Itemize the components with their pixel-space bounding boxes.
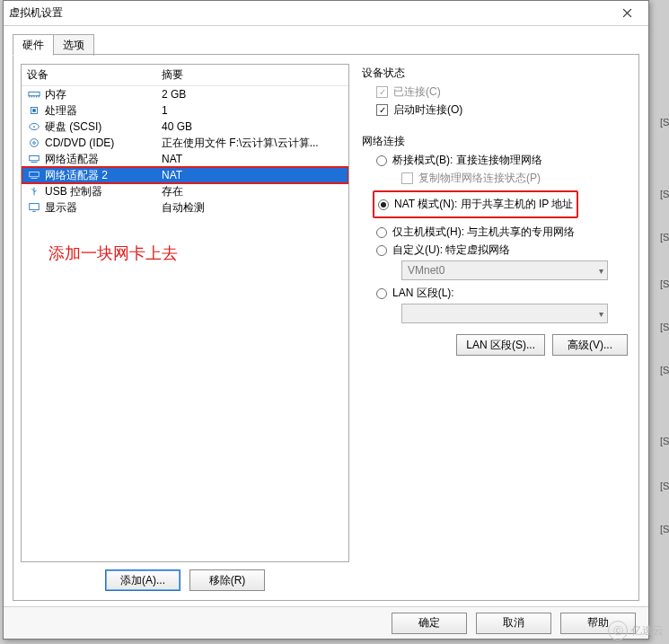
remove-button[interactable]: 移除(R) [189, 569, 265, 591]
device-name: 内存 [45, 87, 66, 102]
device-row-display[interactable]: 显示器 自动检测 [22, 199, 348, 216]
device-name: 硬盘 (SCSI) [45, 119, 101, 135]
chevron-down-icon: ▾ [599, 266, 603, 276]
device-summary: NAT [162, 153, 343, 165]
usb-icon [27, 185, 41, 198]
device-row-disk[interactable]: 硬盘 (SCSI) 40 GB [22, 119, 348, 135]
custom-label: 自定义(U): 特定虚拟网络 [392, 243, 510, 258]
network-icon [27, 169, 41, 181]
annotation-text: 添加一块网卡上去 [22, 216, 348, 264]
connect-poweron-checkbox[interactable]: ✓ 启动时连接(O) [376, 102, 628, 118]
svg-rect-0 [29, 92, 40, 95]
device-name: 显示器 [45, 200, 77, 216]
nat-label: NAT 模式(N): 用于共享主机的 IP 地址 [394, 197, 573, 212]
display-icon [27, 201, 41, 214]
bridged-radio[interactable]: 桥接模式(B): 直接连接物理网络 [376, 153, 628, 168]
artifact: [S [660, 232, 667, 241]
device-name: CD/DVD (IDE) [45, 137, 114, 149]
artifact: [S [660, 481, 667, 490]
custom-radio[interactable]: 自定义(U): 特定虚拟网络 [376, 243, 628, 258]
svg-rect-2 [32, 109, 36, 112]
cancel-button[interactable]: 取消 [476, 613, 551, 634]
svg-rect-9 [30, 204, 40, 210]
replicate-label: 复制物理网络连接状态(P) [418, 171, 541, 186]
lanseg-radio[interactable]: LAN 区段(L): [376, 286, 628, 301]
device-row-usb[interactable]: USB 控制器 存在 [22, 183, 348, 199]
artifact: [S [660, 365, 667, 374]
svg-rect-8 [30, 172, 40, 177]
device-summary: 正在使用文件 F:\云计算\云计算... [162, 136, 343, 151]
svg-point-5 [31, 139, 39, 147]
advanced-button[interactable]: 高级(V)... [552, 334, 628, 356]
chevron-down-icon: ▾ [599, 309, 603, 319]
device-name: USB 控制器 [45, 184, 102, 199]
lan-segments-button[interactable]: LAN 区段(S)... [456, 334, 545, 356]
window-title: 虚拟机设置 [9, 5, 611, 21]
ok-button[interactable]: 确定 [392, 613, 467, 634]
custom-network-value: VMnet0 [408, 264, 445, 277]
col-summary: 摘要 [162, 67, 343, 83]
artifact: [S [660, 436, 667, 445]
device-list[interactable]: 设备 摘要 内存 2 GB 处理器 1 硬盘 (SCSI) [21, 64, 349, 562]
device-summary: 40 GB [162, 120, 343, 133]
device-name: 处理器 [45, 103, 77, 119]
device-row-cpu[interactable]: 处理器 1 [22, 102, 348, 119]
device-status-label: 设备状态 [362, 66, 628, 81]
custom-network-select: VMnet0 ▾ [401, 260, 608, 280]
lanseg-label: LAN 区段(L): [392, 286, 454, 301]
device-summary: 自动检测 [162, 200, 343, 216]
device-summary: 1 [162, 104, 343, 117]
help-button[interactable]: 帮助 [560, 613, 636, 634]
artifact: [S [660, 524, 667, 533]
hostonly-radio[interactable]: 仅主机模式(H): 与主机共享的专用网络 [376, 225, 628, 240]
svg-point-4 [33, 126, 35, 128]
tabs: 硬件 选项 [13, 33, 639, 55]
col-device: 设备 [27, 67, 162, 83]
connected-label: 已连接(C) [393, 84, 441, 100]
vm-settings-dialog: 虚拟机设置 硬件 选项 设备 摘要 [3, 0, 649, 640]
list-header: 设备 摘要 [22, 65, 348, 86]
cpu-icon [27, 104, 41, 117]
device-row-net1[interactable]: 网络适配器 NAT [22, 151, 348, 167]
hostonly-label: 仅主机模式(H): 与主机共享的专用网络 [392, 225, 575, 240]
artifact: [S [660, 117, 667, 126]
add-button[interactable]: 添加(A)... [105, 569, 180, 591]
nat-radio[interactable]: NAT 模式(N): 用于共享主机的 IP 地址 [378, 197, 573, 212]
device-row-cd[interactable]: CD/DVD (IDE) 正在使用文件 F:\云计算\云计算... [22, 135, 348, 151]
network-icon [27, 153, 41, 165]
titlebar: 虚拟机设置 [4, 1, 648, 26]
network-connection-label: 网络连接 [362, 134, 628, 149]
tab-hardware[interactable]: 硬件 [13, 34, 54, 56]
connect-poweron-label: 启动时连接(O) [393, 102, 462, 118]
memory-icon [27, 88, 41, 101]
dialog-footer: 确定 取消 帮助 [4, 606, 648, 639]
artifact: [S [660, 189, 667, 198]
device-row-net2[interactable]: 网络适配器 2 NAT [21, 166, 349, 184]
tab-options[interactable]: 选项 [53, 34, 94, 56]
disk-icon [27, 120, 41, 133]
svg-point-6 [33, 142, 36, 145]
lanseg-select: ▾ [401, 304, 608, 323]
device-summary: 存在 [162, 184, 343, 199]
close-icon [622, 8, 632, 18]
close-button[interactable] [611, 4, 643, 23]
cd-icon [27, 137, 41, 149]
svg-rect-7 [30, 156, 40, 161]
device-name: 网络适配器 2 [45, 168, 108, 183]
artifact: [S [660, 322, 667, 331]
nat-highlight: NAT 模式(N): 用于共享主机的 IP 地址 [373, 190, 578, 218]
device-name: 网络适配器 [45, 152, 99, 167]
device-summary: 2 GB [162, 88, 343, 101]
device-summary: NAT [162, 169, 343, 181]
device-row-memory[interactable]: 内存 2 GB [22, 86, 348, 102]
bridged-label: 桥接模式(B): 直接连接物理网络 [392, 153, 542, 168]
replicate-checkbox: 复制物理网络连接状态(P) [401, 171, 628, 186]
connected-checkbox: ✓ 已连接(C) [376, 84, 628, 100]
artifact: [S [660, 278, 667, 287]
